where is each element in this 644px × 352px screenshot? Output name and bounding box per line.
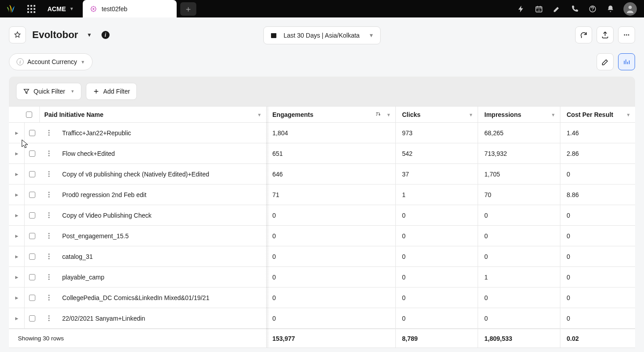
- add-filter-button[interactable]: Add Filter: [86, 83, 137, 100]
- header-name[interactable]: Paid Initiative Name ▼: [40, 107, 266, 122]
- cell-name: Flow check+Edited: [58, 143, 266, 163]
- table-row[interactable]: ▶ Flow check+Edited 651 542 713,932 2.86: [9, 143, 635, 164]
- row-menu-icon[interactable]: [48, 253, 50, 259]
- phone-icon[interactable]: [570, 4, 580, 14]
- date-range-picker[interactable]: Last 30 Days | Asia/Kolkata ▼: [263, 26, 381, 44]
- sort-icon[interactable]: [375, 111, 381, 118]
- row-menu-icon[interactable]: [48, 233, 50, 239]
- edit-columns-button[interactable]: [597, 53, 614, 70]
- header-cost[interactable]: Cost Per Result ▼: [560, 107, 635, 122]
- row-checkbox[interactable]: [29, 295, 35, 301]
- chevron-down-icon: ▼: [80, 60, 85, 64]
- chart-view-toggle[interactable]: [618, 53, 635, 70]
- header-engagements[interactable]: Engagements ▼: [266, 107, 396, 122]
- cell-cost: 0: [560, 246, 635, 266]
- sub-toolbar: i Account Currency ▼: [0, 43, 644, 70]
- table-body: ▶ Trafficc+Jan22+Republic 1,804 973 68,2…: [9, 123, 635, 329]
- expand-icon[interactable]: ▶: [15, 213, 18, 218]
- refresh-button[interactable]: [575, 26, 592, 43]
- row-menu-icon[interactable]: [48, 212, 50, 218]
- header-actions: [575, 26, 635, 43]
- cell-impressions: 68,265: [478, 123, 560, 143]
- cell-engagements: 0: [266, 288, 396, 308]
- cell-name: CollegePedia_DC Comics&LinkedIn Mixed&01…: [58, 288, 266, 308]
- title-chevron-icon[interactable]: ▼: [85, 30, 94, 40]
- triangle-down-icon[interactable]: ▼: [386, 112, 391, 117]
- table-row[interactable]: ▶ playable_camp 0 0 1 0: [9, 267, 635, 288]
- svg-point-5: [628, 5, 631, 9]
- svg-rect-10: [271, 33, 276, 34]
- tab-active[interactable]: test02feb: [83, 0, 177, 17]
- table-row[interactable]: ▶ CollegePedia_DC Comics&LinkedIn Mixed&…: [9, 288, 635, 308]
- bolt-icon[interactable]: [516, 4, 526, 14]
- row-checkbox[interactable]: [29, 171, 35, 177]
- expand-icon[interactable]: ▶: [15, 316, 18, 321]
- cell-clicks: 37: [396, 164, 478, 184]
- currency-selector[interactable]: i Account Currency ▼: [9, 53, 93, 70]
- cell-engagements: 1,804: [266, 123, 396, 143]
- cell-name: Copy of v8 publishing check (Natively Ed…: [58, 164, 266, 184]
- select-all-checkbox[interactable]: [26, 112, 32, 118]
- row-checkbox[interactable]: [29, 233, 35, 239]
- cell-cost: 8.86: [560, 185, 635, 205]
- row-menu-icon[interactable]: [48, 274, 50, 280]
- expand-icon[interactable]: ▶: [15, 275, 18, 279]
- table-row[interactable]: ▶ 22/02/2021 Sanyam+Linkedin 0 0 0 0: [9, 308, 635, 329]
- cell-name: Post_engagement_15.5: [58, 226, 266, 246]
- triangle-down-icon[interactable]: ▼: [626, 112, 631, 117]
- favorite-button[interactable]: [9, 26, 26, 43]
- expand-icon[interactable]: ▶: [15, 234, 18, 238]
- triangle-down-icon[interactable]: ▼: [257, 112, 262, 117]
- tab-gear-icon: [90, 5, 97, 13]
- header-impressions[interactable]: Impressions ▼: [478, 107, 560, 122]
- export-button[interactable]: [597, 26, 614, 43]
- row-menu-icon[interactable]: [48, 315, 50, 321]
- cell-clicks: 0: [396, 267, 478, 287]
- table-row[interactable]: ▶ Copy of Video Publishing Check 0 0 0 0: [9, 205, 635, 226]
- calendar-icon[interactable]: 23: [534, 4, 544, 14]
- row-checkbox[interactable]: [29, 212, 35, 219]
- chevron-down-icon: ▼: [69, 6, 74, 11]
- app-logo[interactable]: [0, 0, 22, 17]
- row-menu-icon[interactable]: [48, 192, 50, 197]
- help-icon[interactable]: [588, 4, 597, 14]
- triangle-down-icon[interactable]: ▼: [469, 112, 473, 117]
- row-checkbox[interactable]: [29, 130, 35, 136]
- header-clicks[interactable]: Clicks ▼: [396, 107, 478, 122]
- svg-point-7: [626, 34, 627, 36]
- info-icon[interactable]: i: [102, 31, 110, 39]
- row-menu-icon[interactable]: [48, 150, 50, 156]
- header-impressions-label: Impressions: [484, 111, 521, 118]
- table-row[interactable]: ▶ Prod0 regression 2nd Feb edit 71 1 70 …: [9, 185, 635, 205]
- expand-icon[interactable]: ▶: [15, 131, 18, 135]
- workspace-selector[interactable]: ACME ▼: [40, 0, 81, 17]
- row-menu-icon[interactable]: [48, 130, 50, 136]
- expand-icon[interactable]: ▶: [15, 151, 18, 156]
- svg-point-8: [628, 34, 629, 36]
- row-menu-icon[interactable]: [48, 295, 50, 300]
- expand-icon[interactable]: ▶: [15, 193, 18, 197]
- quick-filter-button[interactable]: Quick Filter ▼: [16, 83, 81, 100]
- more-button[interactable]: [618, 26, 635, 43]
- expand-icon[interactable]: ▶: [15, 254, 18, 259]
- row-menu-icon[interactable]: [48, 171, 50, 177]
- bell-icon[interactable]: [606, 4, 615, 14]
- edit-icon[interactable]: [552, 4, 562, 14]
- avatar[interactable]: [623, 2, 637, 16]
- row-checkbox[interactable]: [29, 192, 35, 198]
- expand-icon[interactable]: ▶: [15, 172, 18, 176]
- add-tab-button[interactable]: ＋: [180, 2, 196, 16]
- row-checkbox[interactable]: [29, 150, 35, 157]
- workspace-name: ACME: [47, 5, 66, 13]
- row-checkbox[interactable]: [29, 315, 35, 322]
- table-row[interactable]: ▶ Copy of v8 publishing check (Natively …: [9, 164, 635, 185]
- row-checkbox[interactable]: [29, 274, 35, 280]
- expand-icon[interactable]: ▶: [15, 296, 18, 300]
- table-row[interactable]: ▶ catalog_31 0 0 0 0: [9, 246, 635, 267]
- row-checkbox[interactable]: [29, 253, 35, 260]
- header-engagements-label: Engagements: [272, 111, 314, 118]
- app-switcher-icon[interactable]: [22, 0, 40, 17]
- table-row[interactable]: ▶ Post_engagement_15.5 0 0 0 0: [9, 226, 635, 246]
- triangle-down-icon[interactable]: ▼: [551, 112, 555, 117]
- table-row[interactable]: ▶ Trafficc+Jan22+Republic 1,804 973 68,2…: [9, 123, 635, 143]
